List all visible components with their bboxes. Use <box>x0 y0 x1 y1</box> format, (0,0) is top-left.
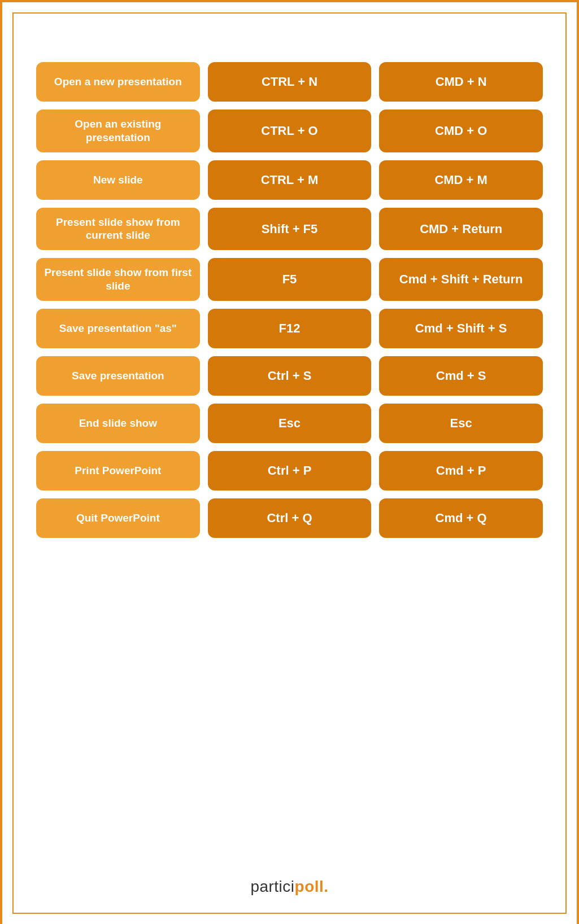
cell-action-label: New slide <box>93 173 143 187</box>
cell-action: Quit PowerPoint <box>36 498 200 538</box>
footer-dot: . <box>324 878 328 895</box>
cell-mac-shortcut: Cmd + P <box>379 451 543 491</box>
cell-mac-shortcut: CMD + Return <box>379 208 543 251</box>
cell-action-label: Open an existing presentation <box>42 117 194 144</box>
cell-mac-label: Cmd + Shift + S <box>415 321 507 336</box>
cell-windows-shortcut: CTRL + O <box>208 110 372 152</box>
cell-mac-label: CMD + M <box>434 172 487 188</box>
cell-action: Save presentation "as" <box>36 309 200 348</box>
cell-windows-shortcut: Ctrl + P <box>208 451 372 491</box>
cell-action: Open a new presentation <box>36 62 200 102</box>
cell-mac-label: Cmd + Shift + Return <box>399 271 523 287</box>
shortcut-row: Present slide show from current slideShi… <box>36 208 543 251</box>
cell-windows-label: CTRL + N <box>262 74 317 90</box>
cell-action-label: Quit PowerPoint <box>76 511 160 525</box>
shortcuts-grid: Open a new presentationCTRL + NCMD + NOp… <box>36 62 543 862</box>
cell-mac-label: CMD + N <box>436 74 487 90</box>
cell-action-label: Open a new presentation <box>54 75 182 89</box>
cell-action-label: Save presentation "as" <box>59 322 177 335</box>
cell-windows-shortcut: Esc <box>208 404 372 443</box>
shortcut-row: Open a new presentationCTRL + NCMD + N <box>36 62 543 102</box>
cell-action-label: Present slide show from first slide <box>42 266 194 293</box>
cell-action: Print PowerPoint <box>36 451 200 491</box>
cell-action: End slide show <box>36 404 200 443</box>
cell-windows-shortcut: Ctrl + S <box>208 356 372 396</box>
cell-windows-shortcut: Shift + F5 <box>208 208 372 251</box>
cell-mac-label: Esc <box>450 415 472 431</box>
cell-action-label: Present slide show from current slide <box>42 216 194 243</box>
cell-mac-label: CMD + O <box>435 123 487 139</box>
footer-text-normal: partici <box>250 878 294 895</box>
shortcut-row: End slide showEscEsc <box>36 404 543 443</box>
cell-windows-label: Ctrl + Q <box>267 510 312 526</box>
cell-action: Open an existing presentation <box>36 110 200 152</box>
title-section <box>36 30 543 42</box>
cell-windows-shortcut: Ctrl + Q <box>208 498 372 538</box>
cell-mac-label: Cmd + S <box>436 368 486 384</box>
cell-windows-shortcut: CTRL + M <box>208 160 372 200</box>
cell-windows-shortcut: CTRL + N <box>208 62 372 102</box>
cell-action: New slide <box>36 160 200 200</box>
cell-action: Present slide show from first slide <box>36 258 200 301</box>
cell-mac-shortcut: Cmd + S <box>379 356 543 396</box>
shortcut-row: Print PowerPointCtrl + PCmd + P <box>36 451 543 491</box>
shortcut-row: Present slide show from first slideF5Cmd… <box>36 258 543 301</box>
cell-windows-label: Esc <box>278 415 301 431</box>
cell-windows-label: Ctrl + S <box>268 368 312 384</box>
cell-mac-label: CMD + Return <box>420 221 502 237</box>
cell-mac-shortcut: Cmd + Q <box>379 498 543 538</box>
shortcut-row: Save presentationCtrl + SCmd + S <box>36 356 543 396</box>
cell-action-label: Print PowerPoint <box>75 464 161 478</box>
cell-mac-shortcut: Cmd + Shift + S <box>379 309 543 348</box>
cell-mac-shortcut: Cmd + Shift + Return <box>379 258 543 301</box>
shortcut-row: Open an existing presentationCTRL + OCMD… <box>36 110 543 152</box>
cell-action: Present slide show from current slide <box>36 208 200 251</box>
cell-mac-shortcut: Esc <box>379 404 543 443</box>
cell-windows-label: CTRL + O <box>261 123 317 139</box>
page-wrapper: Open a new presentationCTRL + NCMD + NOp… <box>0 0 579 924</box>
cell-mac-shortcut: CMD + O <box>379 110 543 152</box>
cell-windows-label: CTRL + M <box>261 172 319 188</box>
footer-text-bold: poll <box>295 878 324 895</box>
cell-windows-shortcut: F5 <box>208 258 372 301</box>
cell-mac-shortcut: CMD + N <box>379 62 543 102</box>
cell-action: Save presentation <box>36 356 200 396</box>
cell-windows-label: F12 <box>279 321 301 336</box>
cell-action-label: End slide show <box>79 417 157 430</box>
shortcut-row: Quit PowerPointCtrl + QCmd + Q <box>36 498 543 538</box>
cell-action-label: Save presentation <box>72 369 164 383</box>
cell-windows-label: Shift + F5 <box>262 221 318 237</box>
cell-windows-label: F5 <box>282 271 297 287</box>
shortcut-row: New slideCTRL + MCMD + M <box>36 160 543 200</box>
footer: participoll. <box>36 878 543 896</box>
cell-mac-label: Cmd + P <box>436 463 486 479</box>
inner-border: Open a new presentationCTRL + NCMD + NOp… <box>12 12 567 914</box>
cell-windows-shortcut: F12 <box>208 309 372 348</box>
shortcut-row: Save presentation "as"F12Cmd + Shift + S <box>36 309 543 348</box>
cell-mac-label: Cmd + Q <box>436 510 487 526</box>
cell-windows-label: Ctrl + P <box>268 463 312 479</box>
cell-mac-shortcut: CMD + M <box>379 160 543 200</box>
